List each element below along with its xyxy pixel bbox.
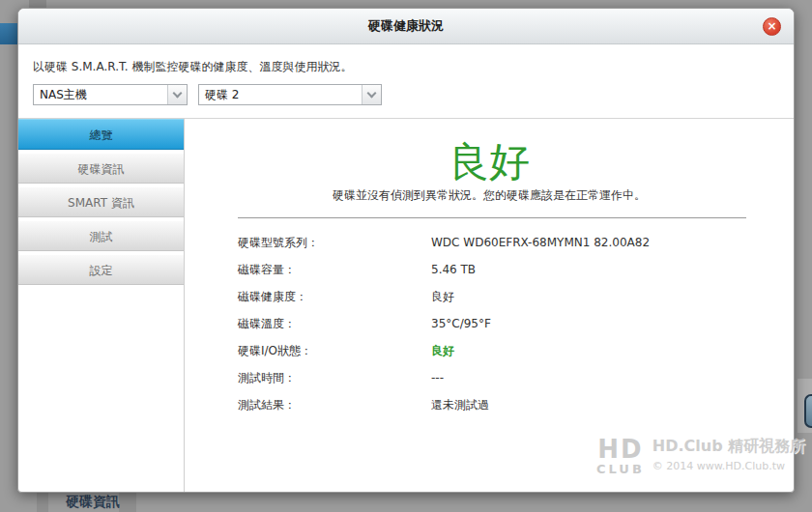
dialog-body: 總覽 硬碟資訊 SMART 資訊 測試 設定 良好 硬碟並沒有偵測到異常狀況。您… [18, 119, 794, 492]
health-status-message: 硬碟並沒有偵測到異常狀況。您的硬碟應該是在正常運作中。 [185, 187, 794, 204]
background-stripe [119, 493, 136, 512]
detail-list: 硬碟型號系列： WDC WD60EFRX-68MYMN1 82.00A82 磁碟… [238, 229, 794, 418]
dialog-title: 硬碟健康狀況 [368, 17, 444, 35]
tab-test[interactable]: 測試 [18, 220, 184, 251]
host-select[interactable]: NAS主機 [33, 84, 188, 105]
detail-row-test-result: 測試結果： 還未測試過 [238, 391, 794, 418]
chevron-down-icon [362, 85, 381, 104]
detail-row-io-status: 硬碟I/O狀態： 良好 [238, 337, 794, 364]
detail-row-model: 硬碟型號系列： WDC WD60EFRX-68MYMN1 82.00A82 [238, 229, 794, 256]
detail-row-test-time: 測試時間： --- [238, 364, 794, 391]
health-status-headline: 良好 [185, 140, 794, 185]
dialog-header: 以硬碟 S.M.A.R.T. 機制監控硬碟的健康度、溫度與使用狀況。 NAS主機… [18, 44, 794, 119]
detail-row-capacity: 磁碟容量： 5.46 TB [238, 256, 794, 283]
detail-row-health: 磁碟健康度： 良好 [238, 283, 794, 310]
divider [238, 217, 746, 218]
tab-disk-information[interactable]: 硬碟資訊 [18, 153, 184, 184]
disk-health-dialog: 硬碟健康狀況 × 以硬碟 S.M.A.R.T. 機制監控硬碟的健康度、溫度與使用… [17, 8, 795, 493]
sidebar-tabs: 總覽 硬碟資訊 SMART 資訊 測試 設定 [18, 119, 185, 492]
host-select-value: NAS主機 [34, 87, 167, 103]
smart-description: 以硬碟 S.M.A.R.T. 機制監控硬碟的健康度、溫度與使用狀況。 [33, 59, 794, 75]
background-button-partial [804, 394, 812, 428]
tab-overview[interactable]: 總覽 [18, 119, 184, 150]
tab-smart-information[interactable]: SMART 資訊 [18, 186, 184, 217]
close-button[interactable]: × [763, 17, 781, 36]
background-stripe [37, 493, 48, 512]
chevron-down-icon [167, 85, 187, 104]
background-partial-tab-label: 硬碟資訊 [66, 494, 120, 511]
disk-select[interactable]: 硬碟 2 [198, 84, 382, 105]
dialog-titlebar: 硬碟健康狀況 × [18, 9, 794, 44]
detail-row-temperature: 磁碟溫度： 35°C/95°F [238, 310, 794, 337]
background-accent-bar [0, 23, 17, 44]
disk-select-value: 硬碟 2 [199, 87, 362, 103]
close-icon: × [767, 19, 776, 33]
overview-panel: 良好 硬碟並沒有偵測到異常狀況。您的硬碟應該是在正常運作中。 硬碟型號系列： W… [185, 119, 794, 492]
tab-settings[interactable]: 設定 [18, 254, 184, 285]
